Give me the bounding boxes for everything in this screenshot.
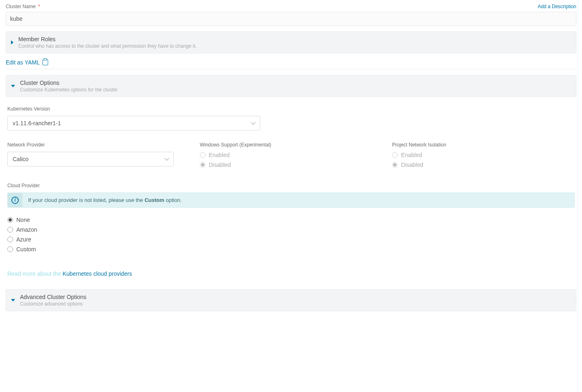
radio-icon xyxy=(200,162,206,168)
chevron-down-icon xyxy=(11,299,15,301)
chevron-down-icon xyxy=(164,156,169,160)
cloud-custom-radio[interactable]: Custom xyxy=(7,246,575,252)
cloud-none-radio[interactable]: None xyxy=(7,217,575,223)
info-icon: i xyxy=(11,197,19,204)
network-provider-value: Calico xyxy=(13,156,29,162)
k8s-version-label: Kubernetes Version xyxy=(7,106,575,112)
chevron-right-icon xyxy=(11,40,13,44)
required-asterisk: * xyxy=(38,3,40,9)
advanced-options-panel-header[interactable]: Advanced Cluster Options Customize advan… xyxy=(6,289,576,311)
member-roles-panel-header[interactable]: Member Roles Control who has access to t… xyxy=(6,31,576,53)
windows-disabled-radio: Disabled xyxy=(200,162,383,168)
radio-icon xyxy=(392,162,398,168)
member-roles-title: Member Roles xyxy=(18,36,571,42)
radio-icon xyxy=(7,217,13,223)
cluster-name-input[interactable] xyxy=(6,12,576,26)
cluster-options-title: Cluster Options xyxy=(20,80,571,86)
k8s-cloud-providers-link[interactable]: Kubernetes cloud providers xyxy=(62,270,132,277)
k8s-version-select[interactable]: v1.11.6-rancher1-1 xyxy=(7,116,260,131)
radio-icon xyxy=(7,227,13,233)
radio-icon xyxy=(7,237,13,242)
cluster-options-body: Kubernetes Version v1.11.6-rancher1-1 Ne… xyxy=(6,97,576,289)
k8s-version-value: v1.11.6-rancher1-1 xyxy=(13,120,61,126)
cloud-amazon-radio[interactable]: Amazon xyxy=(7,226,575,233)
windows-support-label: Windows Support (Experimental) xyxy=(200,142,383,148)
chevron-down-icon xyxy=(251,120,255,124)
network-provider-label: Network Provider xyxy=(7,142,190,148)
pni-enabled-radio: Enabled xyxy=(392,152,575,158)
cluster-options-subtitle: Customize Kubernetes options for the clu… xyxy=(20,87,571,93)
radio-icon xyxy=(7,246,13,252)
pni-label: Project Network Isolation xyxy=(392,142,575,148)
advanced-options-subtitle: Customize advanced options xyxy=(20,301,571,307)
pni-disabled-radio: Disabled xyxy=(392,162,575,168)
advanced-options-title: Advanced Cluster Options xyxy=(20,294,571,300)
cloud-provider-info-banner: i If your cloud provider is not listed, … xyxy=(7,193,575,208)
clipboard-icon[interactable] xyxy=(42,60,48,65)
member-roles-subtitle: Control who has access to the cluster an… xyxy=(18,43,571,49)
cluster-name-label: Cluster Name * xyxy=(6,3,40,9)
cluster-options-panel-header[interactable]: Cluster Options Customize Kubernetes opt… xyxy=(6,75,576,97)
radio-icon xyxy=(200,152,206,158)
windows-enabled-radio: Enabled xyxy=(200,152,383,158)
chevron-down-icon xyxy=(11,85,15,87)
cloud-provider-read-more: Read more about the Kubernetes cloud pro… xyxy=(7,270,575,277)
cloud-provider-info-text: If your cloud provider is not listed, pl… xyxy=(22,193,187,207)
add-description-link[interactable]: Add a Description xyxy=(538,4,576,9)
network-provider-select[interactable]: Calico xyxy=(7,152,174,166)
radio-icon xyxy=(392,152,398,158)
cloud-provider-label: Cloud Provider xyxy=(7,183,575,188)
cloud-azure-radio[interactable]: Azure xyxy=(7,236,575,243)
edit-as-yaml-link[interactable]: Edit as YAML xyxy=(6,59,40,66)
